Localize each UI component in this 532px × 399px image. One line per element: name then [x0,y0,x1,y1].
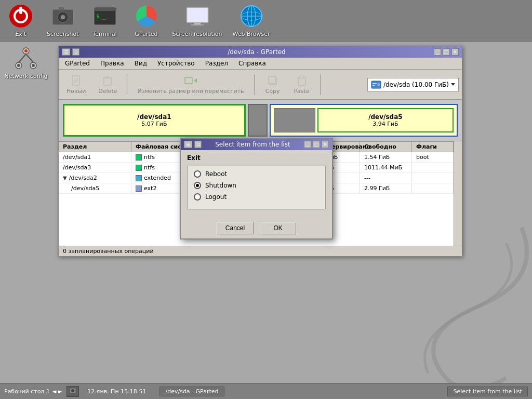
dialog-titlebar-left: ☰ ▫ [184,141,202,148]
dialog-window-controls: _ □ ✕ [304,141,329,148]
option-shutdown-label: Shutdown [205,182,236,189]
option-reboot[interactable]: Reboot [194,170,319,178]
dialog-buttons: Cancel OK [181,220,332,238]
radio-logout[interactable] [194,193,201,201]
radio-shutdown[interactable] [194,182,201,189]
dialog-title: Select item from the list [202,141,304,148]
dialog-restore-button[interactable]: ▫ [194,141,202,148]
desktop: Exit Screenshot $ _ [0,0,532,399]
option-logout[interactable]: Logout [194,193,319,201]
dialog-section-label: Exit [187,154,326,162]
radio-reboot[interactable] [194,170,201,178]
option-logout-label: Logout [205,193,227,201]
dialog-menu-button[interactable]: ☰ [184,141,192,148]
dialog-overlay: ☰ ▫ Select item from the list _ □ ✕ Exit… [0,0,532,399]
dialog-maximize-button[interactable]: □ [313,141,320,148]
dialog-options: Reboot Shutdown Logout [187,166,326,209]
dialog-titlebar: ☰ ▫ Select item from the list _ □ ✕ [181,139,332,150]
select-item-dialog: ☰ ▫ Select item from the list _ □ ✕ Exit… [180,138,333,240]
dialog-body: Exit Reboot Shutdown Logout [181,150,332,220]
dialog-cancel-button[interactable]: Cancel [217,222,254,234]
dialog-minimize-button[interactable]: _ [304,141,311,148]
dialog-ok-button[interactable]: OK [260,222,296,234]
option-shutdown[interactable]: Shutdown [194,182,319,189]
dialog-close-button[interactable]: ✕ [322,141,329,148]
option-reboot-label: Reboot [205,170,227,178]
